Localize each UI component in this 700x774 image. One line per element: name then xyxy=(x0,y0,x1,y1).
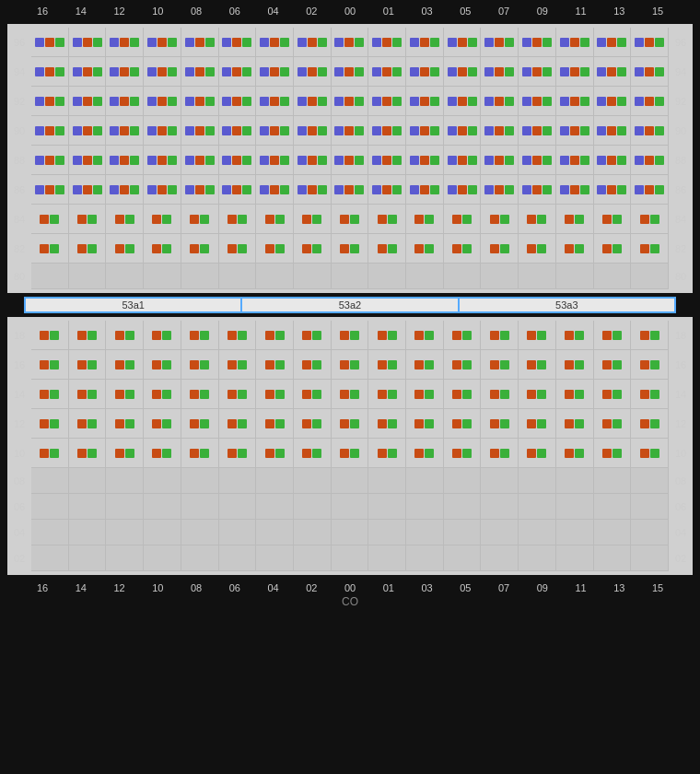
seat-cell[interactable] xyxy=(444,175,482,204)
seat[interactable] xyxy=(158,156,167,165)
seat[interactable] xyxy=(302,244,311,253)
seat[interactable] xyxy=(388,244,397,253)
seat[interactable] xyxy=(392,38,402,47)
seat[interactable] xyxy=(532,126,542,135)
seat-cell[interactable] xyxy=(368,321,406,349)
seat-cell[interactable] xyxy=(556,87,594,115)
seat[interactable] xyxy=(93,67,102,76)
seat-cell[interactable] xyxy=(519,146,556,174)
seat-cell[interactable] xyxy=(594,175,632,204)
seat[interactable] xyxy=(190,215,199,224)
seat[interactable] xyxy=(242,156,251,165)
seat[interactable] xyxy=(190,390,199,399)
seat[interactable] xyxy=(298,156,307,165)
seat-cell[interactable] xyxy=(481,350,519,379)
seat[interactable] xyxy=(425,244,434,253)
seat-cell[interactable] xyxy=(368,264,406,288)
seat[interactable] xyxy=(575,449,584,458)
seat-cell[interactable] xyxy=(631,350,669,379)
seat-cell[interactable] xyxy=(519,234,556,263)
seat[interactable] xyxy=(232,97,241,106)
seat[interactable] xyxy=(392,126,402,135)
seat-cell[interactable] xyxy=(219,380,257,408)
seat-cell[interactable] xyxy=(631,494,669,519)
seat-cell[interactable] xyxy=(106,146,144,174)
seat[interactable] xyxy=(350,244,359,253)
seat[interactable] xyxy=(35,67,44,76)
seat[interactable] xyxy=(612,390,622,399)
seat[interactable] xyxy=(388,215,397,224)
seat-cell[interactable] xyxy=(481,116,519,145)
seat[interactable] xyxy=(158,185,167,194)
seat[interactable] xyxy=(645,97,654,106)
seat-cell[interactable] xyxy=(368,146,406,174)
seat[interactable] xyxy=(522,185,531,194)
seat[interactable] xyxy=(318,38,327,47)
seat-cell[interactable] xyxy=(519,175,556,204)
seat-cell[interactable] xyxy=(294,380,332,408)
seat[interactable] xyxy=(607,185,616,194)
seat[interactable] xyxy=(612,215,622,224)
seat-cell[interactable] xyxy=(594,205,632,233)
seat[interactable] xyxy=(490,360,499,369)
seat-cell[interactable] xyxy=(631,116,669,145)
seat[interactable] xyxy=(205,67,215,76)
seat[interactable] xyxy=(344,38,354,47)
seat-cell[interactable] xyxy=(106,205,144,233)
seat[interactable] xyxy=(382,97,391,106)
seat-cell[interactable] xyxy=(256,494,294,519)
seat-cell[interactable] xyxy=(556,175,594,204)
seat-cell[interactable] xyxy=(332,468,369,493)
seat[interactable] xyxy=(495,67,504,76)
seat-cell[interactable] xyxy=(106,520,144,545)
seat[interactable] xyxy=(130,156,139,165)
seat-cell[interactable] xyxy=(594,439,632,467)
seat-cell[interactable] xyxy=(219,116,257,145)
seat[interactable] xyxy=(228,390,237,399)
seat[interactable] xyxy=(115,215,124,224)
seat-cell[interactable] xyxy=(444,87,482,115)
seat[interactable] xyxy=(45,156,54,165)
seat[interactable] xyxy=(414,244,424,253)
seat[interactable] xyxy=(344,185,354,194)
seat-cell[interactable] xyxy=(631,175,669,204)
seat[interactable] xyxy=(162,449,171,458)
seat-cell[interactable] xyxy=(368,116,406,145)
seat[interactable] xyxy=(500,215,509,224)
seat[interactable] xyxy=(340,331,349,340)
seat[interactable] xyxy=(298,67,307,76)
seat[interactable] xyxy=(340,449,349,458)
seat-cell[interactable] xyxy=(368,409,406,438)
seat-cell[interactable] xyxy=(31,175,69,204)
seat[interactable] xyxy=(147,156,157,165)
seat[interactable] xyxy=(392,97,402,106)
seat[interactable] xyxy=(270,97,279,106)
seat[interactable] xyxy=(612,331,622,340)
seat[interactable] xyxy=(344,97,354,106)
seat[interactable] xyxy=(120,67,129,76)
seat[interactable] xyxy=(452,360,461,369)
seat[interactable] xyxy=(597,67,606,76)
seat[interactable] xyxy=(308,67,317,76)
seat[interactable] xyxy=(537,360,546,369)
seat[interactable] xyxy=(560,185,569,194)
seat[interactable] xyxy=(560,67,569,76)
seat[interactable] xyxy=(378,244,387,253)
seat[interactable] xyxy=(147,185,157,194)
seat[interactable] xyxy=(260,185,269,194)
seat-cell[interactable] xyxy=(519,468,556,493)
seat-cell[interactable] xyxy=(144,545,181,570)
seat[interactable] xyxy=(388,390,397,399)
seat[interactable] xyxy=(635,156,644,165)
seat[interactable] xyxy=(152,244,161,253)
seat-cell[interactable] xyxy=(332,264,369,288)
seat[interactable] xyxy=(334,156,344,165)
seat[interactable] xyxy=(83,156,92,165)
seat-cell[interactable] xyxy=(69,321,107,349)
seat[interactable] xyxy=(55,156,64,165)
seat[interactable] xyxy=(522,126,531,135)
seat[interactable] xyxy=(580,67,589,76)
seat[interactable] xyxy=(35,156,44,165)
seat-cell[interactable] xyxy=(219,350,257,379)
seat[interactable] xyxy=(120,97,129,106)
